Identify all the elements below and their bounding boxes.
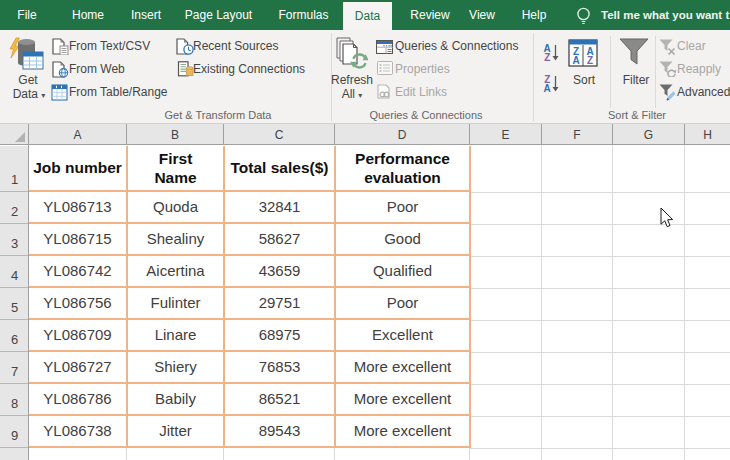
svg-text:A: A [544, 83, 551, 93]
svg-text:A: A [572, 55, 579, 66]
svg-text:Z: Z [544, 52, 550, 62]
svg-text:Z: Z [587, 55, 593, 66]
